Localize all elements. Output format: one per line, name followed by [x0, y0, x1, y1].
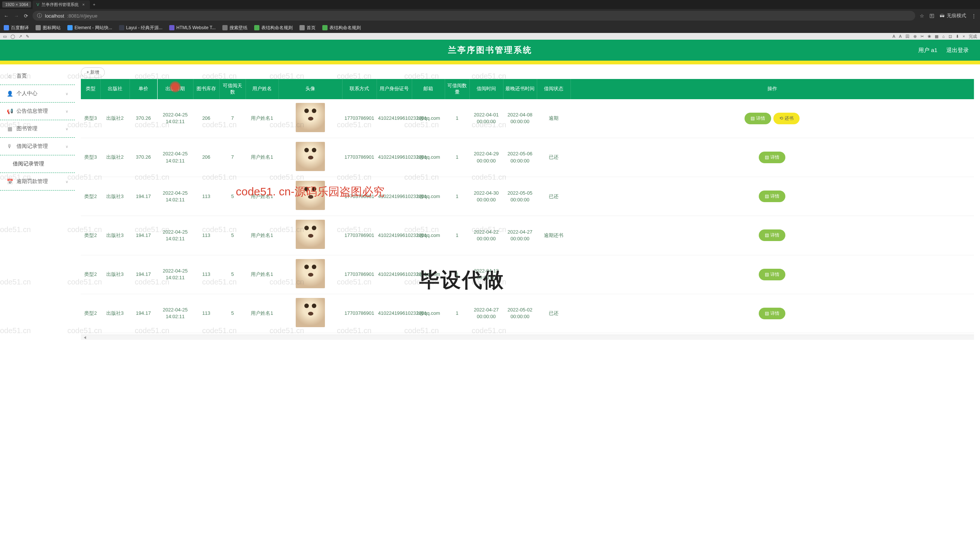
chevron-down-icon: ∨	[65, 109, 68, 113]
cell-stock: 113	[193, 294, 220, 333]
address-bar: ← → ⟳ ⓘ localhost:8081/#/jieyue ☆ ⚿ 🕶 无痕…	[0, 9, 980, 22]
avatar-image	[296, 142, 325, 171]
add-button[interactable]: + 新增	[81, 67, 105, 78]
table-row: 类型3 出版社2 370.26 2022-04-25 14:02:11 206 …	[81, 138, 974, 176]
ext-icon[interactable]: ⊕	[913, 34, 917, 39]
bookmark-item[interactable]: 图标网站	[35, 25, 60, 31]
cell-type: 类型3	[81, 138, 100, 176]
detail-button[interactable]: ▤详情	[759, 269, 785, 280]
detail-button[interactable]: ▤详情	[759, 152, 785, 163]
cell-email: 1@qq.com	[412, 99, 445, 138]
reload-icon[interactable]: ⟳	[24, 13, 28, 19]
cell-idcard: 410224199610232001	[377, 99, 412, 138]
detail-button[interactable]: ▤详情	[759, 229, 785, 241]
cell-return-time	[503, 255, 537, 294]
ext-icon[interactable]: ▦	[935, 34, 939, 39]
th-status: 借阅状态	[537, 79, 571, 99]
cell-username: 用户姓名1	[245, 138, 278, 176]
incognito-badge[interactable]: 🕶 无痕模式	[940, 12, 966, 19]
grid-icon: ▦	[7, 126, 13, 132]
table-row: 类型2 出版社3 194.17 2022-04-25 14:02:11 113 …	[81, 177, 974, 216]
url-path: :8081/#/jieyue	[67, 13, 97, 19]
key-icon[interactable]: ⚿	[929, 13, 934, 19]
bookmark-item[interactable]: HTML5 Website T...	[169, 25, 216, 30]
ext-icon[interactable]: ⌂	[942, 34, 945, 38]
cell-idcard: 410224199610232001	[377, 138, 412, 176]
cell-type: 类型2	[81, 255, 100, 294]
dimension-badge: 1920 × 1064	[2, 2, 31, 8]
ext-icon[interactable]: A	[892, 34, 895, 38]
menu-icon[interactable]: ⋮	[971, 13, 976, 19]
return-button[interactable]: ⟲还书	[773, 113, 800, 124]
cell-idcard: 410224199610232001	[377, 177, 412, 216]
logout-link[interactable]: 退出登录	[946, 47, 969, 54]
cell-username: 用户姓名1	[245, 99, 278, 138]
ext-icon[interactable]: ×	[963, 34, 965, 38]
new-tab-icon[interactable]: +	[91, 2, 97, 7]
sidebar-item-borrow[interactable]: 🎙 借阅记录管理 ∨	[0, 138, 75, 155]
cell-stock: 206	[193, 138, 220, 176]
th-price: 单价	[129, 79, 157, 99]
cell-ops: ▤详情	[571, 255, 974, 294]
cell-ops: ▤详情	[571, 294, 974, 333]
ext-icon[interactable]: ❀	[928, 34, 931, 39]
sidebar: ⌂ 首页 👤 个人中心 ∨ 📢 公告信息管理 ∨ ▦ 图书管理 ∨ 🎙 借阅记录…	[0, 64, 75, 539]
user-label[interactable]: 用户 a1	[918, 47, 937, 54]
sidebar-item-overdue[interactable]: 📅 逾期罚款管理 ∨	[0, 173, 75, 191]
sidebar-item-home[interactable]: ⌂ 首页	[0, 67, 75, 85]
star-icon[interactable]: ☆	[920, 13, 924, 19]
forward-icon[interactable]: →	[14, 13, 19, 19]
ext-icon[interactable]: A	[899, 34, 902, 38]
table-row: 类型2 出版社3 194.17 2022-04-25 14:02:11 113 …	[81, 216, 974, 255]
cell-qty: 1	[445, 255, 469, 294]
bookmark-item[interactable]: 首页	[299, 25, 315, 31]
home-icon: ⌂	[7, 73, 13, 79]
cell-avatar	[278, 216, 342, 255]
detail-button[interactable]: ▤详情	[759, 191, 785, 202]
horizontal-scrollbar[interactable]	[81, 335, 974, 340]
detail-button[interactable]: ▤详情	[759, 308, 785, 319]
browser-tab[interactable]: V 兰亭序图书管理系统 ×	[33, 0, 90, 9]
table-header-row: 类型 出版社 单价 出版日期 图书库存 可借阅天数 用户姓名 头像 联系方式 用…	[81, 79, 974, 99]
bookmark-item[interactable]: Element - 网站快...	[67, 25, 112, 31]
sidebar-item-borrow-records[interactable]: 借阅记录管理	[0, 155, 75, 173]
th-qty: 可借阅数量	[445, 79, 469, 99]
bookmark-item[interactable]: Layui - 经典开源...	[119, 25, 162, 31]
ext-icon[interactable]: ⊡	[948, 34, 952, 39]
th-borrow-time: 借阅时间	[469, 79, 503, 99]
ext-icon[interactable]: ✎	[26, 34, 29, 39]
th-borrow-days: 可借阅天数	[220, 79, 245, 99]
cell-qty: 1	[445, 99, 469, 138]
back-icon[interactable]: ←	[4, 13, 9, 19]
sidebar-item-books[interactable]: ▦ 图书管理 ∨	[0, 120, 75, 138]
ext-icon[interactable]: 田	[905, 34, 910, 39]
avatar-image	[296, 181, 325, 210]
cell-type: 类型2	[81, 216, 100, 255]
cell-email: 1@qq.com	[412, 138, 445, 176]
bookmark-item[interactable]: 搜索壁纸	[222, 25, 247, 31]
avatar-image	[296, 298, 325, 327]
ext-icon[interactable]: ⬇	[956, 34, 959, 39]
ext-label[interactable]: 完成	[969, 34, 977, 39]
cell-avatar	[278, 294, 342, 333]
cell-pubdate: 2022-04-25 14:02:11	[157, 138, 193, 176]
ext-icon[interactable]: ↗	[19, 34, 22, 39]
ext-icon[interactable]: ▭	[3, 34, 7, 39]
bookmark-item[interactable]: 百度翻译	[4, 25, 29, 31]
info-icon[interactable]: ⓘ	[37, 12, 42, 19]
tab-bar: 1920 × 1064 V 兰亭序图书管理系统 × +	[0, 0, 980, 9]
bookmark-item[interactable]: 表结构命名规则	[322, 25, 361, 31]
close-icon[interactable]: ×	[81, 2, 86, 7]
detail-button[interactable]: ▤详情	[745, 113, 771, 124]
cell-qty: 1	[445, 177, 469, 216]
ext-icon[interactable]: ✂	[921, 34, 924, 39]
bookmark-item[interactable]: 表结构命名规则	[254, 25, 293, 31]
sidebar-item-announce[interactable]: 📢 公告信息管理 ∨	[0, 103, 75, 120]
cell-qty: 1	[445, 294, 469, 333]
sidebar-item-profile[interactable]: 👤 个人中心 ∨	[0, 85, 75, 103]
cell-days: 5	[220, 255, 245, 294]
ext-icon[interactable]: ◯	[11, 34, 15, 39]
table-row: 类型2 出版社3 194.17 2022-04-25 14:02:11 113 …	[81, 255, 974, 294]
cell-ops: ▤详情	[571, 177, 974, 216]
url-input[interactable]: ⓘ localhost:8081/#/jieyue	[33, 11, 915, 21]
